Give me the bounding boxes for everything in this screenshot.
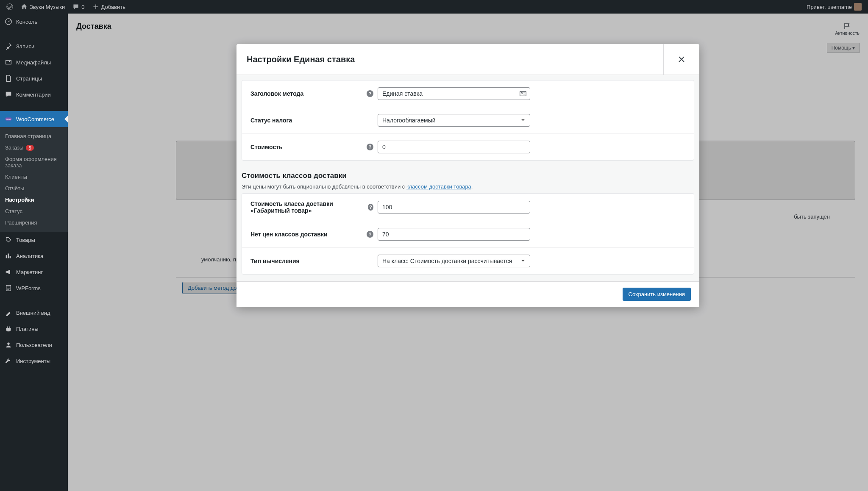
products-icon	[4, 236, 13, 244]
comment-icon	[72, 3, 79, 10]
svg-point-7	[7, 343, 9, 345]
site-name: Звуки Музыки	[30, 4, 65, 10]
dashboard-icon	[4, 17, 13, 26]
sidebar-label: Медиафайлы	[16, 59, 51, 66]
sidebar-label: Аналитика	[16, 253, 43, 259]
admin-sidebar: Консоль Записи Медиафайлы Страницы Комме…	[0, 14, 68, 491]
sidebar-label: WooCommerce	[16, 116, 54, 122]
svg-text:woo: woo	[6, 118, 11, 120]
sidebar-item-console[interactable]: Консоль	[0, 14, 68, 30]
sidebar-subitem-orders[interactable]: Заказы 5	[0, 142, 68, 153]
sidebar-item-comments[interactable]: Комментарии	[0, 86, 68, 103]
page-icon	[4, 74, 13, 83]
sidebar-subitem-reports[interactable]: Отчёты	[0, 183, 68, 194]
sidebar-label: Страницы	[16, 75, 42, 82]
sidebar-item-tools[interactable]: Инструменты	[0, 353, 68, 369]
modal-overlay: Настройки Единая ставка Заголовок метода…	[68, 14, 868, 491]
sidebar-subitem-settings[interactable]: Настройки	[0, 194, 68, 205]
sidebar-subitem-customers[interactable]: Клиенты	[0, 171, 68, 183]
sidebar-label: Записи	[16, 43, 34, 50]
sidebar-subitem-home[interactable]: Главная страница	[0, 130, 68, 142]
gabarit-cost-input[interactable]	[378, 201, 530, 214]
pin-icon	[4, 42, 13, 50]
sidebar-item-media[interactable]: Медиафайлы	[0, 54, 68, 70]
home-icon	[21, 3, 28, 10]
woocommerce-icon: woo	[4, 115, 13, 123]
sidebar-label: Комментарии	[16, 92, 51, 98]
sidebar-label: Товары	[16, 237, 35, 243]
sidebar-item-products[interactable]: Товары	[0, 232, 68, 248]
add-new-link[interactable]: Добавить	[90, 3, 128, 10]
comment-count: 0	[81, 4, 84, 10]
modal-close-button[interactable]	[663, 44, 699, 75]
method-title-label: Заголовок метода	[250, 90, 303, 97]
sidebar-label: Инструменты	[16, 358, 50, 364]
add-new-label: Добавить	[101, 4, 125, 10]
svg-rect-8	[520, 92, 526, 96]
sidebar-label: Консоль	[16, 19, 37, 25]
plus-icon	[92, 3, 99, 10]
sidebar-item-appearance[interactable]: Внешний вид	[0, 305, 68, 321]
gabarit-cost-label: Стоимость класса доставки «Габаритный то…	[250, 200, 368, 214]
site-name-link[interactable]: Звуки Музыки	[19, 3, 67, 10]
sidebar-item-analytics[interactable]: Аналитика	[0, 248, 68, 264]
help-icon[interactable]: ?	[368, 204, 373, 211]
svg-rect-2	[6, 61, 11, 64]
comment-icon	[4, 90, 13, 99]
sidebar-item-wpforms[interactable]: WPForms	[0, 280, 68, 296]
help-icon[interactable]: ?	[367, 231, 373, 238]
greeting-link[interactable]: Привет, username	[804, 3, 864, 11]
marketing-icon	[4, 268, 13, 276]
comments-link[interactable]: 0	[70, 3, 86, 10]
sidebar-label: Плагины	[16, 326, 39, 332]
media-icon	[4, 58, 13, 67]
orders-badge: 5	[26, 145, 33, 151]
tax-status-label: Статус налога	[250, 117, 292, 124]
sidebar-subitem-status[interactable]: Статус	[0, 205, 68, 217]
shipping-class-link[interactable]: классом доставки товара	[406, 183, 471, 190]
tools-icon	[4, 357, 13, 365]
contact-card-icon	[519, 90, 527, 97]
calc-type-label: Тип вычисления	[250, 258, 300, 264]
woocommerce-submenu: Главная страница Заказы 5 Форма оформлен…	[0, 127, 68, 232]
svg-point-9	[521, 92, 523, 94]
wpforms-icon	[4, 284, 13, 292]
sidebar-label: Пользователи	[16, 342, 52, 348]
sidebar-subitem-extensions[interactable]: Расширения	[0, 217, 68, 228]
help-icon[interactable]: ?	[367, 144, 373, 150]
appearance-icon	[4, 308, 13, 317]
save-changes-button[interactable]: Сохранить изменения	[623, 288, 691, 301]
admin-bar: Звуки Музыки 0 Добавить Привет, username	[0, 0, 868, 14]
sidebar-item-plugins[interactable]: Плагины	[0, 321, 68, 337]
cost-label: Стоимость	[250, 144, 283, 150]
close-icon	[679, 56, 684, 62]
modal-title: Настройки Единая ставка	[247, 55, 355, 64]
calc-type-select[interactable]: На класс: Стоимость доставки рассчитывае…	[378, 255, 530, 267]
users-icon	[4, 341, 13, 349]
flat-rate-settings-modal: Настройки Единая ставка Заголовок метода…	[236, 44, 699, 307]
shipping-class-description: Эти цены могут быть опционально добавлен…	[242, 183, 694, 190]
sidebar-item-marketing[interactable]: Маркетинг	[0, 264, 68, 280]
no-class-cost-input[interactable]	[378, 228, 530, 241]
sidebar-item-woocommerce[interactable]: woo WooCommerce	[0, 111, 68, 127]
greeting-text: Привет, username	[807, 4, 852, 10]
method-title-input[interactable]	[378, 87, 530, 100]
help-icon[interactable]: ?	[367, 90, 373, 97]
sidebar-label: Маркетинг	[16, 269, 43, 275]
sidebar-item-users[interactable]: Пользователи	[0, 337, 68, 353]
plugins-icon	[4, 325, 13, 333]
avatar	[854, 3, 862, 11]
analytics-icon	[4, 252, 13, 260]
wp-logo[interactable]	[4, 3, 15, 10]
svg-point-3	[9, 61, 10, 62]
sidebar-subitem-checkout[interactable]: Форма оформления заказа	[0, 153, 68, 171]
sidebar-label: WPForms	[16, 285, 41, 291]
no-class-cost-label: Нет цен классов доставки	[250, 231, 328, 238]
sidebar-item-pages[interactable]: Страницы	[0, 70, 68, 86]
sidebar-item-posts[interactable]: Записи	[0, 38, 68, 54]
tax-status-select[interactable]: Налогооблагаемый	[378, 114, 530, 127]
sidebar-label: Внешний вид	[16, 310, 50, 316]
cost-input[interactable]	[378, 141, 530, 153]
main-content: Доставка Активность Помощь ▾ быть запуще…	[68, 14, 868, 491]
shipping-class-heading: Стоимость классов доставки	[242, 172, 694, 180]
